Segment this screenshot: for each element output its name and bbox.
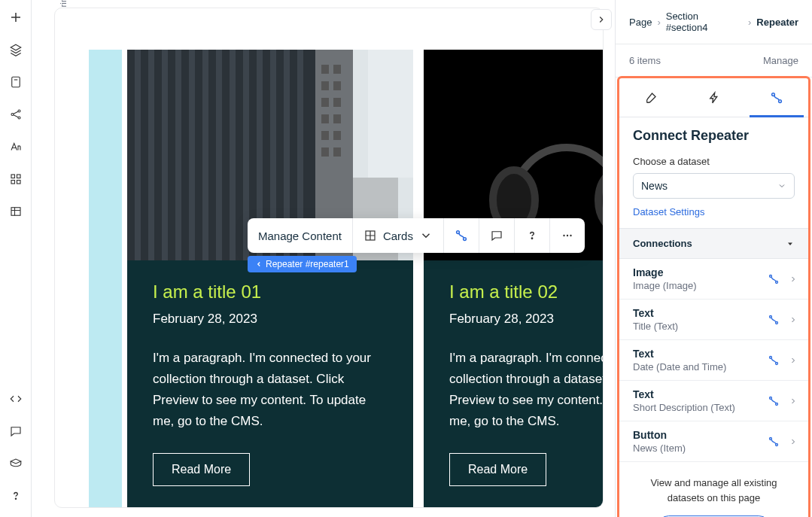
svg-point-51 bbox=[779, 99, 782, 102]
collapse-panel-button[interactable] bbox=[591, 9, 612, 30]
connect-icon bbox=[768, 314, 780, 326]
connect-data-icon[interactable] bbox=[444, 218, 479, 253]
read-more-button[interactable]: Read More bbox=[449, 453, 546, 486]
svg-point-47 bbox=[563, 235, 564, 236]
comments-icon[interactable] bbox=[479, 218, 515, 253]
grid-icon[interactable] bbox=[9, 172, 23, 188]
connection-field: Title (Text) bbox=[633, 321, 678, 332]
connect-icon bbox=[768, 395, 780, 407]
connection-row[interactable]: Image Image (Image) bbox=[619, 259, 808, 300]
svg-rect-5 bbox=[17, 175, 20, 178]
connection-type: Button bbox=[633, 429, 686, 441]
code-icon[interactable] bbox=[9, 392, 23, 408]
chevron-right-icon bbox=[789, 397, 798, 406]
learn-icon[interactable] bbox=[9, 457, 23, 473]
chevron-down-icon bbox=[419, 229, 433, 242]
connection-type: Image bbox=[633, 266, 697, 278]
section-handle[interactable] bbox=[89, 50, 122, 508]
manage-content-button[interactable]: Manage Content bbox=[248, 218, 353, 253]
svg-rect-26 bbox=[321, 65, 329, 74]
card-title: I am a title 02 bbox=[449, 281, 604, 303]
connect-icon bbox=[770, 91, 783, 105]
svg-rect-19 bbox=[230, 50, 236, 260]
svg-rect-6 bbox=[11, 181, 15, 184]
connect-icon bbox=[768, 273, 780, 285]
dataset-settings-link[interactable]: Dataset Settings bbox=[633, 206, 704, 217]
svg-rect-27 bbox=[333, 65, 341, 74]
chevron-right-icon: › bbox=[748, 17, 751, 28]
svg-rect-13 bbox=[148, 50, 154, 260]
svg-point-45 bbox=[464, 238, 467, 241]
dataset-select[interactable]: News bbox=[633, 173, 795, 199]
chevron-down-icon bbox=[777, 181, 786, 190]
connection-type: Text bbox=[633, 388, 735, 400]
tab-interactions[interactable] bbox=[683, 78, 746, 117]
svg-rect-16 bbox=[189, 50, 195, 260]
panel-tabs bbox=[619, 78, 808, 117]
share-icon[interactable] bbox=[9, 108, 23, 123]
connection-row[interactable]: Button News (Item) bbox=[619, 421, 808, 462]
svg-rect-37 bbox=[333, 147, 341, 157]
svg-rect-34 bbox=[321, 131, 329, 140]
element-toolbar: Manage Content Cards bbox=[248, 218, 585, 253]
card-date: February 28, 2023 bbox=[153, 312, 388, 327]
chevron-right-icon: › bbox=[657, 17, 660, 28]
svg-point-3 bbox=[18, 117, 20, 119]
typography-icon[interactable] bbox=[9, 140, 23, 156]
connection-field: News (Item) bbox=[633, 442, 686, 454]
layers-icon[interactable] bbox=[9, 43, 23, 59]
connection-field: Image (Image) bbox=[633, 280, 697, 291]
chevron-right-icon bbox=[789, 275, 798, 284]
layout-selector[interactable]: Cards bbox=[353, 218, 444, 253]
svg-rect-39 bbox=[368, 50, 413, 178]
manage-link[interactable]: Manage bbox=[763, 55, 798, 66]
help-icon[interactable] bbox=[515, 218, 550, 253]
svg-rect-30 bbox=[321, 98, 329, 107]
svg-rect-28 bbox=[321, 81, 329, 90]
svg-rect-31 bbox=[333, 98, 341, 107]
svg-point-44 bbox=[457, 231, 460, 234]
connection-row[interactable]: Text Title (Text) bbox=[619, 300, 808, 340]
breadcrumb-current: Repeater bbox=[756, 17, 798, 28]
connect-icon bbox=[768, 436, 780, 448]
svg-rect-32 bbox=[321, 114, 329, 123]
svg-point-57 bbox=[776, 362, 778, 364]
connection-type: Text bbox=[633, 348, 726, 360]
page-icon[interactable] bbox=[9, 75, 23, 91]
bolt-icon bbox=[707, 91, 721, 105]
repeater-item[interactable]: I am a title 02 February 28, 2023 I'm a … bbox=[424, 50, 604, 508]
breadcrumb: Page › Section #section4 › Repeater bbox=[616, 0, 812, 44]
repeater-item[interactable]: I am a title 01 February 28, 2023 I'm a … bbox=[127, 50, 413, 508]
svg-rect-8 bbox=[11, 208, 20, 216]
connection-field: Short Description (Text) bbox=[633, 402, 735, 413]
svg-rect-12 bbox=[135, 50, 141, 260]
connection-row[interactable]: Text Short Description (Text) bbox=[619, 381, 808, 421]
chevron-right-icon bbox=[789, 315, 798, 324]
tab-connect[interactable] bbox=[745, 78, 808, 117]
caret-down-icon bbox=[786, 239, 795, 248]
svg-point-56 bbox=[770, 356, 772, 358]
table-icon[interactable] bbox=[9, 205, 23, 220]
connect-icon bbox=[768, 354, 780, 366]
svg-rect-29 bbox=[333, 81, 341, 90]
help-icon[interactable] bbox=[9, 489, 23, 505]
tab-design[interactable] bbox=[619, 78, 683, 117]
add-icon[interactable] bbox=[9, 11, 23, 26]
connection-row[interactable]: Text Date (Date and Time) bbox=[619, 340, 808, 381]
svg-point-53 bbox=[776, 281, 778, 283]
read-more-button[interactable]: Read More bbox=[153, 453, 250, 486]
card-title: I am a title 01 bbox=[153, 281, 388, 303]
svg-rect-35 bbox=[333, 131, 341, 140]
breadcrumb-section[interactable]: Section #section4 bbox=[666, 11, 743, 33]
repeater-tag[interactable]: Repeater #repeater1 bbox=[248, 256, 357, 272]
card-description: I'm a paragraph. I'm connected to your c… bbox=[153, 348, 388, 432]
more-icon[interactable] bbox=[550, 218, 585, 253]
connection-type: Text bbox=[633, 307, 678, 319]
svg-point-48 bbox=[567, 235, 568, 236]
repeater[interactable]: I am a title 01 February 28, 2023 I'm a … bbox=[127, 50, 604, 508]
comment-icon[interactable] bbox=[9, 424, 23, 440]
svg-point-50 bbox=[772, 93, 775, 96]
card-description: I'm a paragraph. I'm connected to your c… bbox=[449, 348, 604, 432]
connections-header[interactable]: Connections bbox=[619, 228, 808, 259]
breadcrumb-page[interactable]: Page bbox=[629, 17, 652, 28]
